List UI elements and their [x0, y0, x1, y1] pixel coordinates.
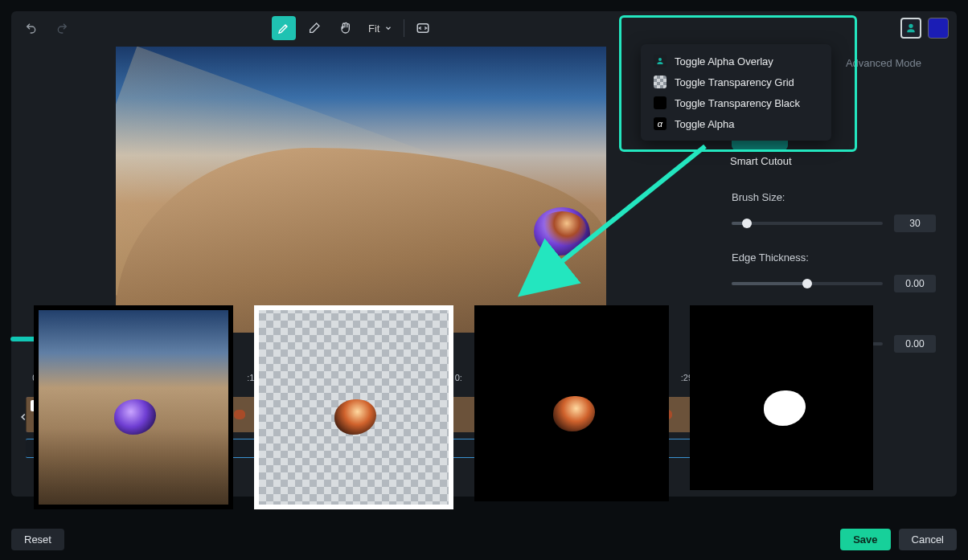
preview-transparency-black	[474, 305, 669, 501]
menu-item-alpha-overlay[interactable]: Toggle Alpha Overlay	[646, 51, 826, 72]
zoom-select[interactable]: Fit	[363, 22, 397, 35]
chevron-down-icon	[384, 24, 392, 32]
menu-label: Toggle Alpha Overlay	[675, 55, 773, 67]
checker-icon	[654, 76, 667, 88]
preview-transparency-grid	[254, 305, 453, 509]
eraser-tool[interactable]	[302, 16, 326, 40]
save-button[interactable]: Save	[840, 529, 890, 550]
undo-button[interactable]	[19, 16, 43, 40]
edge-thickness-slider[interactable]	[732, 282, 883, 285]
feature-label: Smart Cutout	[730, 155, 949, 167]
brush-size-slider[interactable]	[732, 222, 883, 225]
zoom-label: Fit	[368, 22, 379, 35]
preview-alpha	[690, 305, 873, 490]
bg-color-swatch[interactable]	[928, 18, 949, 39]
preview-viewport[interactable]	[116, 47, 606, 333]
redo-button[interactable]	[50, 16, 74, 40]
divider	[404, 19, 404, 37]
cancel-button[interactable]: Cancel	[899, 529, 957, 550]
pan-tool[interactable]	[333, 16, 357, 40]
brush-tool[interactable]	[272, 16, 296, 40]
toolbar: Fit	[11, 11, 957, 45]
brush-size-value[interactable]: 30	[894, 215, 936, 232]
menu-item-transparency-black[interactable]: Toggle Transparency Black	[646, 92, 826, 113]
menu-label: Toggle Transparency Grid	[675, 76, 794, 88]
alpha-icon: α	[654, 117, 667, 130]
edge-thickness-value[interactable]: 0.00	[894, 275, 936, 292]
menu-item-alpha[interactable]: α Toggle Alpha	[646, 113, 826, 134]
edge-thickness-label: Edge Thickness:	[732, 251, 936, 264]
menu-item-transparency-grid[interactable]: Toggle Transparency Grid	[646, 72, 826, 92]
person-icon	[904, 22, 917, 35]
compare-toggle[interactable]	[411, 16, 435, 40]
preview-variants-strip	[34, 305, 873, 509]
menu-label: Toggle Alpha	[675, 118, 734, 130]
dialog-footer: Reset Save Cancel	[11, 529, 957, 550]
advanced-mode-tab[interactable]: Advanced Mode	[835, 54, 933, 72]
person-icon	[654, 55, 667, 67]
cutout-subject	[534, 207, 590, 255]
reset-button[interactable]: Reset	[11, 529, 64, 550]
preview-overlay	[34, 305, 233, 509]
menu-label: Toggle Transparency Black	[675, 97, 800, 109]
bg-mode-dropdown: Toggle Alpha Overlay Toggle Transparency…	[641, 44, 831, 141]
bg-mode-swatch-overlay[interactable]	[900, 18, 921, 39]
edge-feather-value[interactable]: 0.00	[894, 335, 936, 353]
brush-size-label: Brush Size:	[732, 191, 936, 203]
black-swatch-icon	[654, 96, 667, 109]
